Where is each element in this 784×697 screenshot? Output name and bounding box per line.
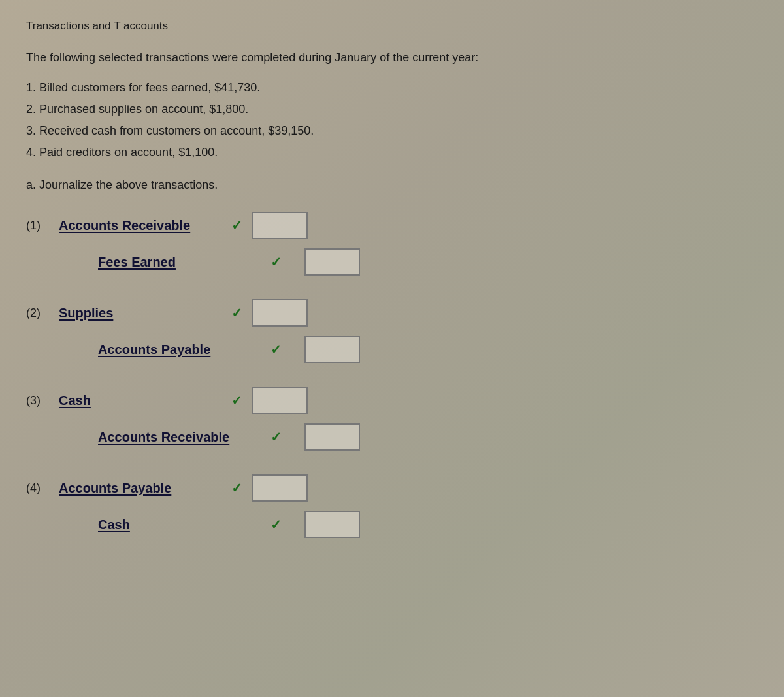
entry-4-debit-account: Accounts Payable [59, 481, 229, 496]
entry-4-number: (4) [26, 481, 59, 495]
entry-group-1: (1) Accounts Receivable ✓ Fees Earned ✓ [26, 212, 483, 285]
entry-3-credit-check: ✓ [270, 429, 282, 445]
entry-4-debit-check: ✓ [231, 480, 242, 496]
journal-section: (1) Accounts Receivable ✓ Fees Earned ✓ … [26, 212, 483, 562]
entry-4-credit-check: ✓ [270, 517, 282, 532]
entry-3-credit-box[interactable] [304, 423, 360, 451]
transaction-4: 4. Paid creditors on account, $1,100. [26, 144, 483, 161]
entry-4-credit-box[interactable] [304, 511, 360, 538]
entry-3-debit-row: (3) Cash ✓ [26, 387, 483, 414]
entry-1-credit-row: Fees Earned ✓ [26, 248, 483, 276]
intro-text: The following selected transactions were… [26, 51, 483, 65]
entry-2-debit-account: Supplies [59, 306, 229, 321]
entry-1-credit-box[interactable] [304, 248, 360, 276]
entry-2-credit-row: Accounts Payable ✓ [26, 336, 483, 363]
instruction: a. Journalize the above transactions. [26, 178, 483, 192]
main-content: Transactions and T accounts The followin… [0, 0, 510, 581]
entry-2-number: (2) [26, 306, 59, 320]
entry-1-debit-check: ✓ [231, 218, 242, 233]
entry-2-credit-account: Accounts Payable [98, 342, 268, 357]
entry-4-debit-box[interactable] [252, 474, 308, 502]
entry-1-number: (1) [26, 219, 59, 233]
transaction-1: 1. Billed customers for fees earned, $41… [26, 79, 483, 97]
entry-2-debit-box[interactable] [252, 299, 308, 327]
page-title: Transactions and T accounts [26, 20, 483, 33]
entry-4-credit-account: Cash [98, 517, 268, 532]
entry-2-debit-check: ✓ [231, 305, 242, 321]
entry-3-debit-check: ✓ [231, 393, 242, 408]
entry-1-credit-check: ✓ [270, 254, 282, 270]
entry-3-credit-row: Accounts Receivable ✓ [26, 423, 483, 451]
entry-2-credit-box[interactable] [304, 336, 360, 363]
transaction-2: 2. Purchased supplies on account, $1,800… [26, 101, 483, 118]
entry-4-debit-row: (4) Accounts Payable ✓ [26, 474, 483, 502]
transaction-3: 3. Received cash from customers on accou… [26, 122, 483, 140]
transactions-list: 1. Billed customers for fees earned, $41… [26, 79, 483, 161]
entry-1-credit-account: Fees Earned [98, 255, 268, 270]
entry-group-2: (2) Supplies ✓ Accounts Payable ✓ [26, 299, 483, 372]
entry-3-debit-box[interactable] [252, 387, 308, 414]
entry-4-credit-row: Cash ✓ [26, 511, 483, 538]
entry-group-3: (3) Cash ✓ Accounts Receivable ✓ [26, 387, 483, 460]
entry-1-debit-account: Accounts Receivable [59, 218, 229, 233]
entry-3-number: (3) [26, 394, 59, 408]
entry-1-debit-box[interactable] [252, 212, 308, 239]
entry-1-debit-row: (1) Accounts Receivable ✓ [26, 212, 483, 239]
entry-2-credit-check: ✓ [270, 342, 282, 357]
entry-3-credit-account: Accounts Receivable [98, 430, 268, 445]
entry-3-debit-account: Cash [59, 393, 229, 408]
entry-2-debit-row: (2) Supplies ✓ [26, 299, 483, 327]
entry-group-4: (4) Accounts Payable ✓ Cash ✓ [26, 474, 483, 547]
